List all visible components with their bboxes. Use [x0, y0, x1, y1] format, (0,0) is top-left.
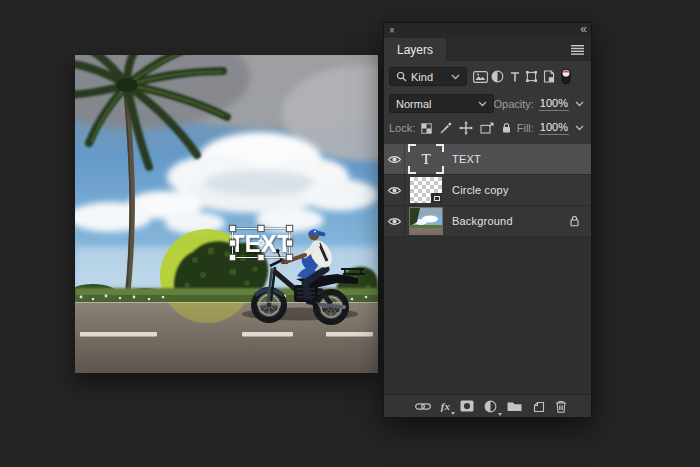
visibility-toggle[interactable] — [384, 144, 405, 174]
collapse-panel-icon[interactable]: « — [580, 22, 586, 37]
layer-row-background[interactable]: Background — [384, 206, 591, 237]
visibility-toggle[interactable] — [384, 175, 405, 205]
thumbnail-corner-bracket — [408, 166, 416, 174]
fill-value[interactable]: 100% — [539, 121, 569, 135]
tab-layers[interactable]: Layers — [384, 38, 446, 61]
new-adjustment-layer-icon[interactable] — [484, 400, 497, 413]
image-layer-thumbnail[interactable] — [410, 208, 442, 234]
panel-header: × « — [384, 23, 591, 38]
lock-position-icon[interactable] — [459, 121, 473, 135]
kind-filter-label: Kind — [411, 71, 433, 83]
new-group-icon[interactable] — [507, 400, 522, 412]
layer-row-circle-copy[interactable]: Circle copy — [384, 175, 591, 206]
layers-panel: × « Layers Kind — [383, 22, 592, 418]
eye-icon — [387, 154, 402, 165]
link-layers-icon[interactable] — [415, 402, 431, 411]
opacity-dropdown-icon[interactable] — [575, 101, 584, 107]
layer-list: T TEXT Circle copy — [384, 144, 591, 237]
text-layer-overlay[interactable]: TEXT — [229, 225, 292, 260]
fill-dropdown-icon[interactable] — [575, 125, 584, 131]
blend-mode-value: Normal — [396, 98, 431, 110]
thumbnail-corner-bracket — [408, 144, 416, 152]
search-icon — [396, 71, 407, 82]
chevron-down-icon — [478, 101, 487, 107]
lock-label: Lock: — [389, 122, 415, 134]
close-icon[interactable]: × — [389, 24, 395, 37]
opacity-label: Opacity: — [494, 98, 534, 110]
layer-row-text[interactable]: T TEXT — [384, 144, 591, 175]
filter-type-layers-icon[interactable] — [506, 71, 523, 83]
layer-name[interactable]: Background — [452, 215, 513, 227]
lock-artboard-icon[interactable] — [480, 122, 494, 134]
eye-icon — [387, 216, 402, 227]
panel-tab-bar: Layers — [384, 38, 591, 61]
filter-adjustment-layers-icon[interactable] — [489, 70, 506, 83]
lock-paint-icon[interactable] — [439, 122, 452, 135]
thumbnail-corner-bracket — [436, 166, 444, 174]
thumbnail-corner-bracket — [436, 144, 444, 152]
layer-lock-icon — [569, 215, 580, 227]
layer-styles-fx-icon[interactable]: fx — [441, 401, 450, 412]
chevron-down-icon — [451, 74, 460, 80]
new-layer-icon[interactable] — [532, 400, 545, 413]
type-layer-thumbnail[interactable]: T — [410, 146, 442, 172]
lock-transparency-icon[interactable] — [421, 123, 432, 134]
layer-name[interactable]: TEXT — [452, 153, 481, 165]
blend-mode-select[interactable]: Normal — [389, 94, 494, 113]
fill-label: Fill: — [517, 122, 534, 134]
visibility-toggle[interactable] — [384, 206, 405, 236]
delete-layer-icon[interactable] — [555, 400, 567, 413]
layer-name[interactable]: Circle copy — [452, 184, 509, 196]
filter-smart-objects-icon[interactable] — [540, 70, 557, 83]
layer-list-empty-area[interactable] — [384, 237, 591, 394]
eye-icon — [387, 185, 402, 196]
vector-badge-icon — [431, 193, 442, 203]
lock-all-icon[interactable] — [501, 122, 512, 134]
panel-footer: fx — [384, 394, 591, 417]
filter-pixel-layers-icon[interactable] — [472, 71, 489, 83]
kind-filter-select[interactable]: Kind — [389, 67, 467, 86]
document-canvas[interactable]: TEXT — [75, 55, 378, 373]
opacity-value[interactable]: 100% — [539, 97, 569, 111]
add-layer-mask-icon[interactable] — [460, 400, 474, 412]
filter-shape-layers-icon[interactable] — [523, 70, 540, 83]
layer-controls: Kind — [384, 61, 591, 144]
shape-layer-thumbnail[interactable] — [410, 177, 442, 203]
layer-filter-toggle[interactable] — [557, 68, 574, 85]
panel-menu-icon[interactable] — [571, 45, 585, 55]
photoshop-workspace: TEXT — [0, 0, 700, 467]
